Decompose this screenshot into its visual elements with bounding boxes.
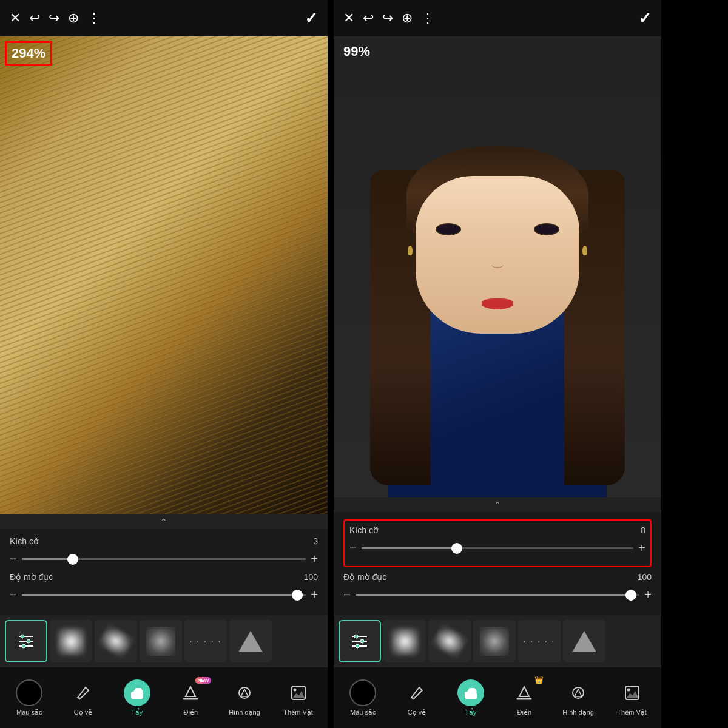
kichco-highlight-box: Kích cỡ 8 − + — [343, 519, 652, 567]
hinhdang-label-right: Hình dạng — [562, 709, 594, 716]
panel-divider — [328, 0, 334, 728]
controls-left: Kích cỡ 3 − + Độ mờ đục 100 − — [0, 529, 328, 615]
kichco-plus-left[interactable]: + — [311, 552, 318, 566]
tool-mausac-right[interactable]: Màu sắc — [345, 679, 381, 716]
undo-icon-right[interactable]: ↩ — [363, 10, 374, 26]
domodduc-label-left: Độ mờ đục — [10, 572, 300, 582]
brush-3-left[interactable] — [140, 620, 182, 662]
domodduc-row-left: Độ mờ đục 100 — [10, 572, 318, 582]
domodduc-minus-right[interactable]: − — [343, 588, 351, 602]
confirm-icon-right[interactable]: ✓ — [638, 9, 652, 28]
earring-right — [582, 246, 587, 255]
eye-left — [437, 224, 460, 234]
svg-point-15 — [356, 644, 359, 648]
tool-themvat-right[interactable]: Thêm Vật — [614, 679, 650, 716]
undo-icon-left[interactable]: ↩ — [29, 10, 40, 26]
tool-dien-left[interactable]: Điền NEW — [172, 679, 209, 716]
brush-2-right[interactable] — [428, 620, 471, 662]
svg-rect-16 — [465, 692, 477, 699]
more-icon-right[interactable]: ⋮ — [421, 10, 434, 26]
kichco-label-right: Kích cỡ — [349, 525, 627, 535]
tool-tay-right[interactable]: Tẩy — [453, 679, 489, 716]
toolbar-right: ✕ ↩ ↪ ⊕ ⋮ ✓ — [334, 0, 661, 36]
layers-icon-right[interactable]: ⊕ — [402, 10, 413, 26]
domodduc-minus-left[interactable]: − — [10, 588, 17, 602]
domodduc-value-left: 100 — [300, 572, 318, 582]
brush-5-left[interactable] — [229, 620, 272, 662]
tool-cove-right[interactable]: Cọ vẽ — [399, 679, 435, 716]
kichco-value-left: 3 — [300, 536, 318, 546]
mausac-icon-right — [349, 679, 376, 706]
face — [416, 176, 579, 334]
dien-label-left: Điền — [184, 709, 198, 716]
redo-icon-right[interactable]: ↪ — [382, 10, 393, 26]
tool-cove-left[interactable]: Cọ vẽ — [65, 679, 101, 716]
kichco-minus-right[interactable]: − — [349, 541, 357, 555]
close-icon-left[interactable]: ✕ — [10, 10, 21, 26]
chevron-up-icon-right: ⌃ — [494, 500, 501, 510]
brush-1-left[interactable] — [50, 620, 92, 662]
brush-palette-right: · · · · · — [334, 615, 661, 667]
domodduc-label-right: Độ mờ đục — [343, 572, 633, 582]
svg-point-19 — [627, 688, 630, 691]
brush-shape-stroke-right — [391, 628, 419, 655]
portrait-bg — [334, 36, 661, 497]
brush-settings-left[interactable] — [5, 620, 47, 662]
brush-settings-right[interactable] — [339, 620, 381, 662]
more-icon-left[interactable]: ⋮ — [87, 10, 101, 26]
themvat-label-right: Thêm Vật — [617, 709, 647, 716]
earring-left — [408, 246, 413, 255]
domodduc-slider-right[interactable] — [356, 589, 640, 601]
brush-3-right[interactable] — [473, 620, 516, 662]
toolbar-left: ✕ ↩ ↪ ⊕ ⋮ ✓ — [0, 0, 328, 36]
brush-shape-round-left — [146, 627, 175, 656]
domodduc-slider-left[interactable] — [22, 589, 306, 601]
collapse-arrow-right[interactable]: ⌃ — [334, 497, 661, 512]
kichco-row-left: Kích cỡ 3 — [10, 536, 318, 546]
svg-point-3 — [21, 635, 24, 638]
chevron-up-icon-left: ⌃ — [160, 517, 167, 527]
cove-icon-right — [403, 679, 430, 706]
svg-point-14 — [360, 639, 364, 643]
tool-themvat-left[interactable]: Thêm Vật — [280, 679, 317, 716]
tool-mausac-left[interactable]: Màu sắc — [11, 679, 47, 716]
hinhdang-icon-left — [231, 679, 258, 706]
close-icon-right[interactable]: ✕ — [343, 10, 354, 26]
zoom-badge-left: 294% — [5, 41, 52, 66]
domodduc-plus-left[interactable]: + — [311, 588, 318, 602]
tool-hinhdang-left[interactable]: Hình dạng — [226, 679, 263, 716]
tool-hinhdang-right[interactable]: Hình dạng — [560, 679, 596, 716]
domodduc-plus-right[interactable]: + — [644, 588, 652, 602]
redo-icon-left[interactable]: ↪ — [49, 10, 59, 26]
brush-5-right[interactable] — [563, 620, 605, 662]
cove-icon-left — [70, 679, 96, 706]
kichco-slider-left[interactable] — [22, 553, 306, 565]
tool-dien-right[interactable]: Điền 👑 — [506, 679, 542, 716]
kichco-slider-right[interactable] — [362, 542, 634, 554]
eye-right — [535, 224, 558, 234]
brush-1-right[interactable] — [383, 620, 426, 662]
kichco-plus-right[interactable]: + — [638, 541, 645, 555]
tay-label-right: Tẩy — [465, 709, 476, 716]
brush-shape-stroke-left — [58, 628, 85, 655]
confirm-icon-left[interactable]: ✓ — [305, 9, 318, 28]
svg-point-4 — [27, 639, 30, 643]
kichco-minus-left[interactable]: − — [10, 552, 17, 566]
tay-label-left: Tẩy — [131, 709, 143, 716]
canvas-right[interactable]: 99% — [334, 36, 661, 497]
zoom-badge-right: 99% — [339, 41, 375, 62]
brush-4-right[interactable]: · · · · · — [518, 620, 561, 662]
settings-icon-left — [16, 632, 36, 651]
canvas-left[interactable]: 294% — [0, 36, 328, 514]
layers-icon-left[interactable]: ⊕ — [68, 10, 79, 26]
lips — [482, 298, 513, 309]
svg-point-9 — [293, 688, 296, 691]
tool-tay-left[interactable]: Tẩy — [119, 679, 155, 716]
brush-4-left[interactable]: · · · · · — [184, 620, 227, 662]
mausac-label-left: Màu sắc — [16, 709, 42, 716]
domodduc-value-right: 100 — [633, 572, 652, 582]
brush-2-left[interactable] — [95, 620, 137, 662]
collapse-arrow-left[interactable]: ⌃ — [0, 514, 328, 529]
mausac-icon-left — [16, 679, 42, 706]
brush-shape-wide-left — [96, 623, 135, 659]
